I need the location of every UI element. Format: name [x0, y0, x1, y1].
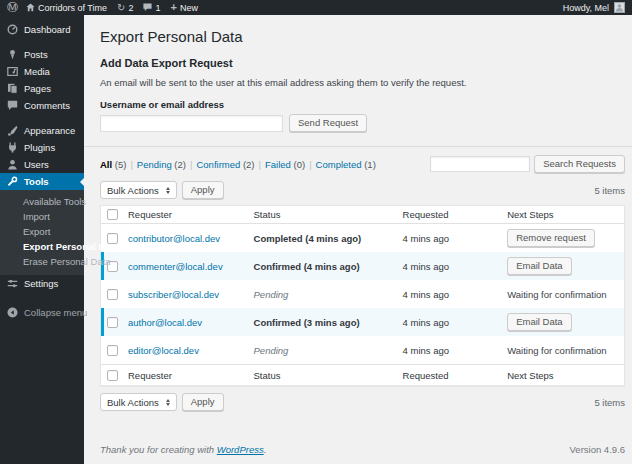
sidebar-item-label: Posts [24, 49, 48, 60]
filter-pending[interactable]: Pending (2) [137, 159, 186, 170]
row-checkbox[interactable] [107, 289, 118, 300]
row-checkbox[interactable] [107, 317, 118, 328]
new-label: New [180, 3, 198, 13]
users-icon [7, 159, 18, 170]
apply-button-bottom[interactable]: Apply [182, 393, 224, 411]
email-data-button[interactable]: Email Data [507, 313, 571, 331]
avatar [614, 2, 625, 13]
table-row: subscriber@local.devPending4 mins agoWai… [101, 280, 624, 308]
search-input[interactable] [430, 156, 530, 172]
column-header-requested: Requested [398, 207, 503, 222]
requests-table: RequesterStatusRequestedNext Steps contr… [100, 205, 625, 386]
account-menu[interactable]: Howdy, Mel [563, 2, 625, 13]
site-name-label: Corridors of Time [38, 3, 107, 13]
section-divider [84, 146, 632, 147]
email-field[interactable] [100, 115, 283, 132]
next-step-text: Waiting for confirmation [507, 345, 606, 356]
sidebar-item-settings[interactable]: Settings [0, 275, 84, 292]
updates-indicator[interactable]: ↻ 2 [117, 3, 133, 13]
site-name-link[interactable]: Corridors of Time [26, 3, 107, 13]
page-footer: Thank you for creating with WordPress. V… [100, 438, 625, 464]
column-header-requester: Requester [123, 368, 249, 383]
email-data-button[interactable]: Email Data [507, 257, 571, 275]
main-content: Export Personal Data Add Data Export Req… [84, 15, 632, 464]
items-count-bottom: 5 items [594, 397, 625, 408]
table-row: contributor@local.devCompleted (4 mins a… [101, 224, 624, 252]
filter-failed[interactable]: Failed (0) [265, 159, 305, 170]
filter-completed[interactable]: Completed (1) [316, 159, 376, 170]
sidebar-subitem-import[interactable]: Import [0, 209, 84, 224]
sidebar-item-media[interactable]: Media [0, 63, 84, 80]
sidebar-item-comments[interactable]: Comments [0, 97, 84, 114]
collapse-icon [7, 307, 18, 318]
search-box: Search Requests [430, 155, 625, 173]
email-field-label: Username or email address [100, 99, 625, 110]
update-icon: ↻ [117, 3, 125, 13]
sidebar-item-posts[interactable]: Posts [0, 46, 84, 63]
requested-text: 4 mins ago [398, 287, 503, 302]
form-description: An email will be sent to the user at thi… [100, 77, 625, 88]
sidebar-item-users[interactable]: Users [0, 156, 84, 173]
send-request-button[interactable]: Send Request [289, 114, 367, 132]
page-title: Export Personal Data [100, 28, 625, 45]
column-header-status: Status [249, 368, 398, 383]
select-all-checkbox[interactable] [107, 209, 118, 220]
bulk-actions-row-top: Bulk Actions Apply 5 items [100, 181, 625, 199]
sidebar-item-label: Plugins [24, 142, 55, 153]
requester-email-link[interactable]: subscriber@local.dev [128, 289, 219, 300]
sidebar-item-label: Users [24, 159, 49, 170]
remove-request-button[interactable]: Remove request [507, 229, 595, 247]
new-content-button[interactable]: + New [170, 2, 197, 13]
collapse-menu-button[interactable]: Collapse menu [0, 304, 84, 321]
row-checkbox[interactable] [107, 345, 118, 356]
requester-email-link[interactable]: editor@local.dev [128, 345, 199, 356]
status-text: Confirmed (4 mins ago) [254, 261, 360, 272]
apply-button[interactable]: Apply [182, 181, 224, 199]
sidebar-item-appearance[interactable]: Appearance [0, 122, 84, 139]
bulk-actions-select-bottom[interactable]: Bulk Actions [100, 393, 177, 411]
table-row: editor@local.devPending4 mins agoWaiting… [101, 336, 624, 364]
bulk-actions-label: Bulk Actions [107, 185, 159, 196]
table-row: author@local.devConfirmed (3 mins ago)4 … [101, 308, 624, 336]
status-text: Confirmed (3 mins ago) [254, 317, 360, 328]
requested-text: 4 mins ago [398, 259, 503, 274]
bulk-actions-label-bottom: Bulk Actions [107, 397, 159, 408]
search-requests-button[interactable]: Search Requests [534, 155, 625, 173]
sidebar-subitem-export-personal-data[interactable]: Export Personal Data [0, 239, 84, 254]
wordpress-link[interactable]: WordPress [217, 444, 264, 455]
wordpress-logo-icon[interactable]: Ⓜ [7, 2, 18, 13]
sidebar-item-dashboard[interactable]: Dashboard [0, 21, 84, 38]
requester-email-link[interactable]: author@local.dev [128, 317, 202, 328]
filter-separator: | [130, 159, 132, 170]
pages-icon [7, 83, 18, 94]
requester-email-link[interactable]: commenter@local.dev [128, 261, 223, 272]
sidebar-menu: DashboardPostsMediaPagesCommentsAppearan… [0, 15, 84, 292]
filter-separator: | [259, 159, 261, 170]
select-all-checkbox[interactable] [107, 370, 118, 381]
filter-confirmed[interactable]: Confirmed (2) [196, 159, 254, 170]
howdy-text: Howdy, Mel [563, 3, 609, 13]
items-count: 5 items [594, 185, 625, 196]
dashboard-icon [7, 24, 18, 35]
sidebar-subitem-erase-personal-data[interactable]: Erase Personal Data [0, 254, 84, 269]
sidebar-subitem-available-tools[interactable]: Available Tools [0, 194, 84, 209]
sidebar-item-label: Comments [24, 100, 70, 111]
column-header-requested: Requested [398, 368, 503, 383]
sidebar-subitem-export[interactable]: Export [0, 224, 84, 239]
requested-text: 4 mins ago [398, 315, 503, 330]
filter-all[interactable]: All (5) [100, 159, 126, 170]
column-header-requester: Requester [123, 207, 249, 222]
sidebar-item-pages[interactable]: Pages [0, 80, 84, 97]
comment-bubble-icon [143, 3, 152, 12]
version-text: Version 4.9.6 [570, 444, 625, 455]
requester-email-link[interactable]: contributor@local.dev [128, 233, 220, 244]
sidebar-item-tools[interactable]: Tools [0, 173, 84, 190]
comment-count: 1 [155, 3, 160, 13]
send-request-form: Send Request [100, 114, 625, 132]
bulk-actions-select[interactable]: Bulk Actions [100, 181, 177, 199]
sidebar-item-plugins[interactable]: Plugins [0, 139, 84, 156]
requested-text: 4 mins ago [398, 231, 503, 246]
plugins-icon [7, 142, 18, 153]
comments-indicator[interactable]: 1 [143, 3, 160, 13]
table-footer-row: RequesterStatusRequestedNext Steps [101, 364, 624, 385]
